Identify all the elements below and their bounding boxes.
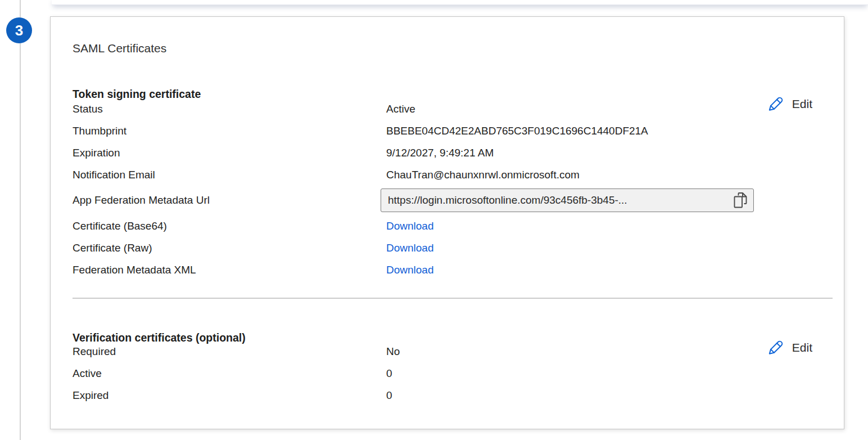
required-row: Required No [73,340,822,362]
status-value: Active [386,103,415,115]
federation-metadata-xml-row: Federation Metadata XML Download [73,259,822,281]
expiration-row: Expiration 9/12/2027, 9:49:21 AM [73,142,822,164]
field-label: App Federation Metadata Url [73,194,386,206]
section-divider [73,298,833,299]
active-count-row: Active 0 [73,362,822,384]
page: 3 SAML Certificates Token signing certif… [0,0,868,440]
field-label: Thumbprint [73,125,386,137]
step-number: 3 [15,22,23,39]
field-label: Notification Email [73,169,386,181]
required-value: No [386,345,400,358]
certificate-base64-row: Certificate (Base64) Download [73,215,822,237]
step-connector-line [20,0,21,440]
card-title: SAML Certificates [73,42,166,55]
field-label: Federation Metadata XML [73,264,386,276]
app-federation-metadata-url-row: App Federation Metadata Url https://logi… [73,186,822,215]
metadata-url-text: https://login.microsoftonline.com/93c456… [388,194,729,206]
thumbprint-row: Thumbprint BBEBE04CD42E2ABD765C3F019C169… [73,120,822,142]
field-label: Certificate (Base64) [73,220,386,232]
copy-icon[interactable] [729,192,748,209]
step-number-badge: 3 [6,17,32,43]
download-certificate-raw-link[interactable]: Download [386,242,434,254]
certificate-raw-row: Certificate (Raw) Download [73,237,822,259]
field-label: Certificate (Raw) [73,242,386,254]
field-label: Expired [73,389,386,402]
download-federation-metadata-xml-link[interactable]: Download [386,264,434,276]
status-row: Status Active [73,98,822,120]
previous-card-bottom-edge [52,0,868,5]
field-label: Status [73,103,386,115]
download-certificate-base64-link[interactable]: Download [386,220,434,232]
active-count-value: 0 [386,367,392,380]
expired-count-value: 0 [386,389,392,402]
field-label: Required [73,345,386,358]
verification-fields: Required No Active 0 Expired 0 [73,340,822,406]
expiration-value: 9/12/2027, 9:49:21 AM [386,147,494,159]
field-label: Active [73,367,386,380]
field-label: Expiration [73,147,386,159]
metadata-url-copy-box[interactable]: https://login.microsoftonline.com/93c456… [381,188,754,212]
notification-email-value: ChauTran@chaunxnrwl.onmicrosoft.com [386,169,580,181]
expired-count-row: Expired 0 [73,384,822,406]
token-signing-fields: Status Active Thumbprint BBEBE04CD42E2AB… [73,98,822,281]
notification-email-row: Notification Email ChauTran@chaunxnrwl.o… [73,164,822,186]
thumbprint-value: BBEBE04CD42E2ABD765C3F019C1696C1440DF21A [386,125,648,137]
saml-certificates-card: SAML Certificates Token signing certific… [50,16,844,429]
